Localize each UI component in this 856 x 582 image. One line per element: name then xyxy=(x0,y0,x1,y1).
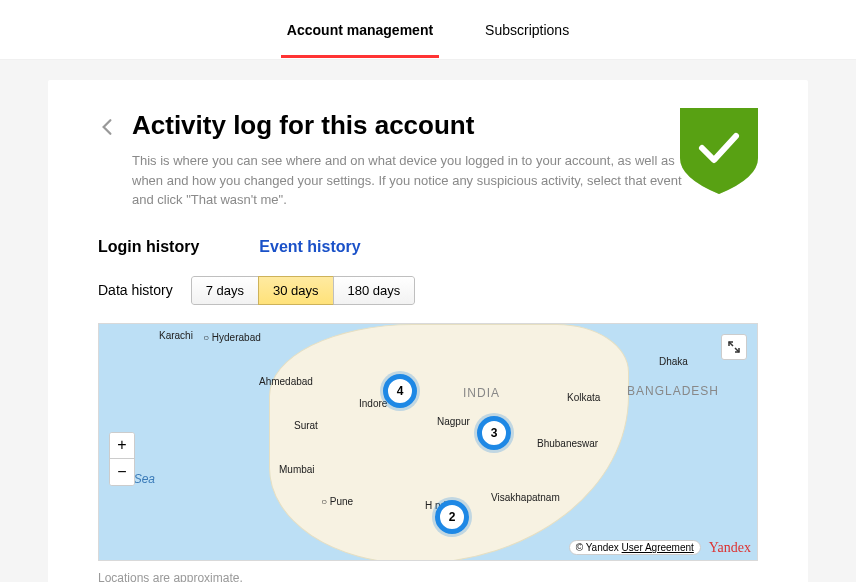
map-zoom-control: + − xyxy=(109,432,135,486)
page-description: This is where you can see where and on w… xyxy=(132,151,692,210)
tab-subscriptions[interactable]: Subscriptions xyxy=(479,2,575,58)
map-cluster[interactable]: 4 xyxy=(383,374,417,408)
city-label: Dhaka xyxy=(659,356,688,367)
range-30-days[interactable]: 30 days xyxy=(258,276,334,305)
map-attribution: © Yandex User Agreement Yandex xyxy=(569,540,751,556)
city-label: Mumbai xyxy=(279,464,315,475)
city-label: Kolkata xyxy=(567,392,600,403)
activity-card: Activity log for this account This is wh… xyxy=(48,80,808,582)
map-brand-logo: Yandex xyxy=(709,540,751,556)
country-label-bangladesh: BANGLADESH xyxy=(627,384,719,398)
data-history-label: Data history xyxy=(98,282,173,298)
city-label: ○ Pune xyxy=(321,496,353,507)
back-chevron-icon[interactable] xyxy=(98,118,116,136)
expand-icon xyxy=(728,341,740,353)
map-cluster[interactable]: 2 xyxy=(435,500,469,534)
map-fullscreen-button[interactable] xyxy=(721,334,747,360)
zoom-out-button[interactable]: − xyxy=(110,459,134,485)
country-label-india: INDIA xyxy=(463,386,500,400)
page-body: Activity log for this account This is wh… xyxy=(0,60,856,582)
user-agreement-link[interactable]: User Agreement xyxy=(622,542,694,553)
top-navigation: Account management Subscriptions xyxy=(0,0,856,60)
shield-badge xyxy=(680,108,758,198)
locations-footnote: Locations are approximate. xyxy=(98,571,758,583)
login-map[interactable]: an Sea Karachi ○ Hyderabad Ahmedabad Ind… xyxy=(98,323,758,561)
page-title: Activity log for this account xyxy=(132,110,692,141)
city-label: Indore xyxy=(359,398,387,409)
range-180-days[interactable]: 180 days xyxy=(333,276,416,305)
city-label: ○ Hyderabad xyxy=(203,332,261,343)
city-label: Surat xyxy=(294,420,318,431)
tab-account-management[interactable]: Account management xyxy=(281,2,439,58)
subtab-login-history[interactable]: Login history xyxy=(98,238,199,256)
city-label: Bhubaneswar xyxy=(537,438,598,449)
subtab-event-history[interactable]: Event history xyxy=(259,238,360,256)
zoom-in-button[interactable]: + xyxy=(110,433,134,459)
range-7-days[interactable]: 7 days xyxy=(191,276,259,305)
map-cluster[interactable]: 3 xyxy=(477,416,511,450)
city-label: Ahmedabad xyxy=(259,376,313,387)
shield-check-icon xyxy=(680,108,758,194)
map-copyright: © Yandex User Agreement xyxy=(569,540,701,555)
date-range-segment: 7 days 30 days 180 days xyxy=(191,276,416,305)
city-label: Nagpur xyxy=(437,416,470,427)
city-label: Visakhapatnam xyxy=(491,492,560,503)
city-label: Karachi xyxy=(159,330,193,341)
